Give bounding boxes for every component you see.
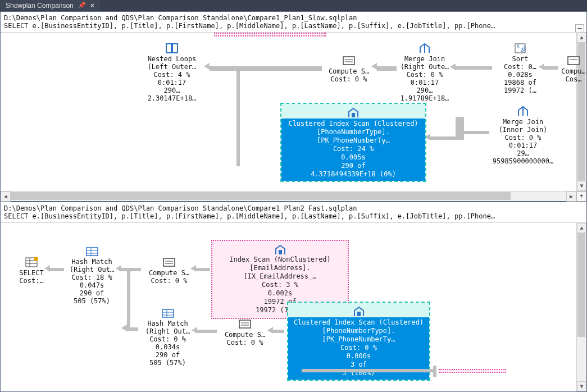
svg-rect-23 (163, 258, 175, 266)
svg-rect-26 (279, 250, 282, 254)
index-scan-icon (274, 244, 287, 256)
bottom-plan-canvas[interactable]: ▲ ▼ ! SELECT Cost:… (1, 223, 586, 391)
nested-loops-icon (165, 43, 179, 54)
node-clustered-index-scan-selected[interactable]: Clustered Index Scan (Clustered) [PhoneN… (280, 103, 426, 182)
svg-rect-9 (568, 57, 579, 65)
scroll-left-icon[interactable]: ◀ (1, 192, 11, 202)
collapse-button[interactable]: – (575, 24, 584, 33)
svg-rect-0 (166, 44, 171, 53)
node-compute-scalar[interactable]: Compute S… Cost: 0 % (324, 55, 374, 83)
tab-title: Showplan Comparison (6, 2, 74, 10)
svg-rect-1 (172, 44, 178, 53)
node-select[interactable]: ! SELECT Cost:… (15, 257, 48, 285)
compute-scalar-icon (567, 55, 580, 66)
highlighted-region-pink (439, 369, 506, 373)
clustered-index-scan-icon (352, 306, 366, 317)
tab-showplan-comparison[interactable]: Showplan Comparison 📌 × (0, 0, 100, 11)
merge-join-icon (418, 43, 431, 54)
svg-rect-11 (352, 113, 355, 117)
top-pane-header: D:\Demos\Plan Comparison and QDS\Plan Co… (1, 12, 586, 33)
clustered-index-scan-icon (347, 107, 360, 118)
svg-rect-31 (239, 320, 251, 328)
plan-query: SELECT e.[BusinessEntityID], p.[Title], … (4, 22, 583, 30)
node-compute-scalar-b1[interactable]: Compute S… Cost: 0 % (144, 257, 194, 285)
top-plan-canvas[interactable]: ▲ ▼ Nested Loops (Left Outer… Cost: 4 % … (1, 33, 586, 191)
zoom-plus-button[interactable]: + (576, 192, 586, 202)
node-hash-match-1[interactable]: Hash Match (Right Out… Cost: 18 % 0.047s… (65, 245, 119, 305)
compute-scalar-icon (238, 318, 252, 330)
select-icon: ! (25, 257, 38, 268)
svg-rect-2 (343, 57, 354, 65)
highlighted-region-pink (214, 33, 326, 37)
svg-text:!: ! (35, 257, 37, 262)
svg-rect-19 (87, 248, 98, 256)
svg-rect-34 (357, 312, 361, 316)
plan-path: D:\Demos\Plan Comparison and QDS\Plan Co… (4, 204, 583, 212)
node-merge-join-outer[interactable]: Merge Join (Right Oute… Cost: 0 % 0:01:1… (397, 43, 453, 102)
plan-query: SELECT e.[BusinessEntityID], p.[Title], … (4, 212, 583, 220)
merge-join-icon (516, 106, 530, 117)
node-compute-scalar-b2[interactable]: Compute S… Cost: 0 % (220, 318, 270, 347)
pin-icon[interactable]: 📌 (78, 2, 86, 9)
plan-path: D:\Demos\Plan Comparison and QDS\Plan Co… (4, 14, 583, 22)
bottom-pane-header: D:\Demos\Plan Comparison and QDS\Plan Co… (1, 202, 586, 223)
svg-text:A: A (517, 44, 520, 49)
scroll-right-icon[interactable]: ▶ (566, 192, 576, 202)
svg-rect-27 (162, 309, 174, 317)
top-plan-pane: D:\Demos\Plan Comparison and QDS\Plan Co… (0, 11, 587, 202)
close-icon[interactable]: × (90, 2, 94, 10)
node-nested-loops[interactable]: Nested Loops (Left Outer… Cost: 4 % 0:01… (141, 43, 203, 102)
hash-match-icon (161, 307, 175, 318)
horizontal-scrollbar[interactable]: ◀ ▶ + (1, 191, 586, 201)
sort-icon: AZ (513, 43, 527, 54)
tab-bar: Showplan Comparison 📌 × (0, 0, 587, 11)
node-compute-scalar-right[interactable]: Compu… Cos… (559, 55, 586, 83)
bottom-plan-pane: D:\Demos\Plan Comparison and QDS\Plan Co… (0, 202, 587, 392)
node-sort[interactable]: AZ Sort Cost: 0… 0.028s 19868 of 19972 (… (495, 43, 545, 94)
node-merge-join-inner[interactable]: Merge Join (Inner Join) Cost: 0 % 0:01:1… (489, 106, 557, 165)
node-hash-match-2[interactable]: Hash Match (Right Out… Cost: 0 % 0.034s … (141, 307, 194, 367)
compute-scalar-icon (342, 55, 356, 66)
hash-match-icon (85, 245, 99, 257)
compute-scalar-icon (162, 257, 176, 268)
